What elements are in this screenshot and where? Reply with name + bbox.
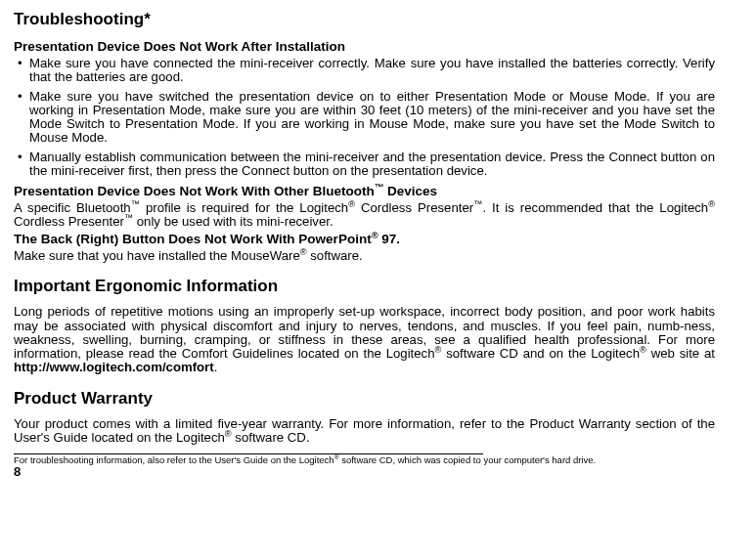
tm-mark: ™ [375, 182, 383, 193]
reg-mark: ® [348, 198, 355, 208]
page-number: 8 [14, 465, 715, 480]
sub2-heading: Presentation Device Does Not Work With O… [14, 184, 715, 199]
warranty-para: Your product comes with a limited five-y… [14, 417, 715, 446]
list-item: Make sure you have connected the mini-re… [29, 57, 715, 85]
ergonomic-heading: Important Ergonomic Information [14, 277, 715, 296]
reg-mark: ® [640, 345, 646, 355]
sub3-para: Make sure that you have installed the Mo… [14, 248, 715, 263]
sub1-heading: Presentation Device Does Not Work After … [14, 39, 715, 55]
list-item: Make sure you have switched the presenta… [29, 90, 715, 146]
sub2-para: A specific Bluetooth™ profile is require… [14, 201, 715, 230]
sub1-list: Make sure you have connected the mini-re… [14, 57, 715, 178]
troubleshooting-heading: Troubleshooting* [14, 10, 715, 29]
tm-mark: ™ [124, 212, 133, 222]
reg-mark: ® [372, 230, 378, 240]
list-item: Manually establish communication between… [29, 151, 715, 179]
reg-mark: ® [708, 198, 715, 208]
warranty-heading: Product Warranty [14, 389, 715, 409]
sub3-heading: The Back (Right) Button Does Not Work Wi… [14, 232, 400, 246]
tm-mark: ™ [131, 198, 140, 208]
reg-mark: ® [300, 246, 307, 256]
reg-mark: ® [225, 429, 232, 439]
tm-mark: ™ [473, 198, 482, 208]
ergonomic-para: Long periods of repetitive motions using… [14, 305, 715, 374]
comfort-url: http://www.logitech.com/comfort [14, 360, 214, 374]
